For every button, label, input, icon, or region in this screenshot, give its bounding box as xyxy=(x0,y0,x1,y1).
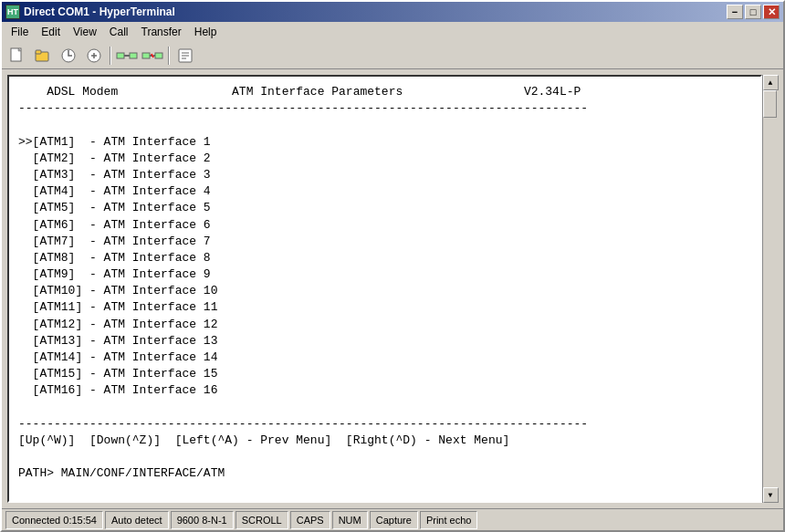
atm-entry-3: [ATM3] - ATM Interface 3 xyxy=(18,167,751,183)
toolbar-properties[interactable] xyxy=(173,45,197,67)
terminal-content: ADSL Modem ATM Interface Parameters V2.3… xyxy=(9,77,760,501)
toolbar-separator-2 xyxy=(168,47,170,65)
status-scroll: SCROLL xyxy=(236,511,288,529)
menu-transfer[interactable]: Transfer xyxy=(136,24,187,40)
atm-entry-1: >>[ATM1] - ATM Interface 1 xyxy=(18,134,751,151)
terminal-nav: [Up(^W)] [Down(^Z)] [Left(^A) - Prev Men… xyxy=(18,433,751,449)
atm-entry-9: [ATM9] - ATM Interface 9 xyxy=(18,266,751,283)
svg-rect-6 xyxy=(117,53,124,58)
atm-entry-7: [ATM7] - ATM Interface 7 xyxy=(18,234,751,250)
terminal[interactable]: ADSL Modem ATM Interface Parameters V2.3… xyxy=(7,75,762,503)
menu-call[interactable]: Call xyxy=(104,24,134,40)
toolbar-connect[interactable] xyxy=(115,45,139,67)
terminal-blank-3 xyxy=(18,449,751,465)
terminal-container: ADSL Modem ATM Interface Parameters V2.3… xyxy=(2,69,783,508)
menu-bar: File Edit View Call Transfer Help xyxy=(2,22,783,42)
status-num: NUM xyxy=(332,511,368,529)
svg-rect-7 xyxy=(130,53,137,58)
menu-view[interactable]: View xyxy=(68,24,102,40)
status-auto-detect: Auto detect xyxy=(105,511,169,529)
scroll-up-button[interactable]: ▲ xyxy=(763,75,779,90)
atm-entry-5: [ATM5] - ATM Interface 5 xyxy=(18,200,751,216)
toolbar xyxy=(2,42,783,69)
toolbar-separator-1 xyxy=(110,47,111,65)
atm-entry-8: [ATM8] - ATM Interface 8 xyxy=(18,250,751,266)
toolbar-btn4[interactable] xyxy=(82,45,106,67)
maximize-button[interactable]: □ xyxy=(745,5,761,19)
scrollbar[interactable]: ▲ ▼ xyxy=(762,75,778,503)
title-bar-left: HT Direct COM1 - HyperTerminal xyxy=(5,5,175,19)
menu-file[interactable]: File xyxy=(5,24,34,40)
atm-entry-10: [ATM10] - ATM Interface 10 xyxy=(18,283,751,299)
atm-entry-6: [ATM6] - ATM Interface 6 xyxy=(18,217,751,234)
atm-entry-11: [ATM11] - ATM Interface 11 xyxy=(18,299,751,316)
svg-line-13 xyxy=(152,54,153,57)
app-icon: HT xyxy=(5,5,20,19)
scroll-thumb[interactable] xyxy=(763,90,777,118)
title-buttons: − □ ✕ xyxy=(727,5,780,19)
svg-rect-9 xyxy=(142,53,150,58)
status-capture: Capture xyxy=(370,511,418,529)
terminal-path: PATH> MAIN/CONF/INTERFACE/ATM xyxy=(18,465,751,482)
scroll-down-button[interactable]: ▼ xyxy=(763,487,779,503)
atm-entry-16: [ATM16] - ATM Interface 16 xyxy=(18,382,751,399)
toolbar-new[interactable] xyxy=(5,45,29,67)
window-title: Direct COM1 - HyperTerminal xyxy=(24,5,175,18)
svg-rect-3 xyxy=(36,50,41,54)
atm-entry-4: [ATM4] - ATM Interface 4 xyxy=(18,183,751,200)
atm-entry-14: [ATM14] - ATM Interface 14 xyxy=(18,349,751,366)
terminal-divider-bottom: ----------------------------------------… xyxy=(18,416,751,433)
scroll-track xyxy=(763,90,778,487)
status-bar: Connected 0:15:54 Auto detect 9600 8-N-1… xyxy=(2,508,783,530)
atm-entry-2: [ATM2] - ATM Interface 2 xyxy=(18,151,751,167)
status-baud: 9600 8-N-1 xyxy=(171,511,234,529)
title-bar: HT Direct COM1 - HyperTerminal − □ ✕ xyxy=(2,2,783,22)
terminal-header: ADSL Modem ATM Interface Parameters V2.3… xyxy=(18,84,751,100)
atm-entry-12: [ATM12] - ATM Interface 12 xyxy=(18,317,751,333)
main-window: HT Direct COM1 - HyperTerminal − □ ✕ Fil… xyxy=(0,0,785,532)
status-caps: CAPS xyxy=(290,511,330,529)
terminal-divider-top: ----------------------------------------… xyxy=(18,100,751,117)
toolbar-disconnect[interactable] xyxy=(141,45,164,67)
close-button[interactable]: ✕ xyxy=(763,5,780,19)
atm-entry-13: [ATM13] - ATM Interface 13 xyxy=(18,333,751,349)
menu-edit[interactable]: Edit xyxy=(36,24,66,40)
terminal-blank-1 xyxy=(18,117,751,133)
menu-help[interactable]: Help xyxy=(189,24,223,40)
toolbar-open[interactable] xyxy=(31,45,55,67)
svg-rect-10 xyxy=(155,53,162,58)
status-print-echo: Print echo xyxy=(420,511,478,529)
terminal-blank-2 xyxy=(18,400,751,416)
status-connected: Connected 0:15:54 xyxy=(5,511,103,529)
atm-entry-15: [ATM15] - ATM Interface 15 xyxy=(18,366,751,382)
minimize-button[interactable]: − xyxy=(727,5,743,19)
toolbar-btn3[interactable] xyxy=(57,45,80,67)
